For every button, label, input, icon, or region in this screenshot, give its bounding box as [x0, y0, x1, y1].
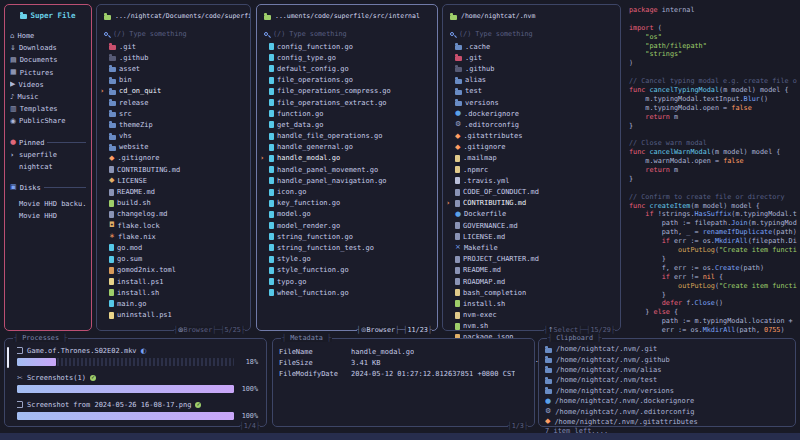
file-row[interactable]: › .git: [97, 41, 250, 52]
sidebar-nav-item[interactable]: ⇓ Downloads: [10, 42, 86, 54]
file-row[interactable]: › README.md: [97, 186, 250, 197]
clipboard-item[interactable]: /home/nightcat/.nvm/test: [545, 375, 789, 385]
sidebar-nav-item[interactable]: ▥ Templates: [10, 103, 86, 115]
file-row[interactable]: › build.sh: [97, 198, 250, 209]
file-row[interactable]: › .travis.yml: [443, 175, 620, 186]
file-row[interactable]: › install.ps1: [97, 276, 250, 287]
file-row[interactable]: › ◆ LICENSE: [97, 175, 250, 186]
file-row[interactable]: › file_operations.go: [257, 75, 437, 86]
file-row[interactable]: › alias: [443, 75, 620, 86]
file-row[interactable]: › install.sh: [97, 287, 250, 298]
file-row[interactable]: › default_config.go: [257, 63, 437, 74]
file-row[interactable]: › file_operations_extract.go: [257, 97, 437, 108]
file-row[interactable]: › model.go: [257, 209, 437, 220]
file-row[interactable]: › versions: [443, 97, 620, 108]
clipboard-item[interactable]: ● /home/nightcat/.nvm/.dockerignore: [545, 396, 789, 406]
sidebar-nav-item[interactable]: ▦ Pictures: [10, 67, 86, 79]
clipboard-item[interactable]: ◆ /home/nightcat/.nvm/.gitattributes: [545, 417, 789, 427]
file-row[interactable]: › test: [443, 86, 620, 97]
file-row[interactable]: › vhs: [97, 131, 250, 142]
file-row[interactable]: › release: [97, 97, 250, 108]
file-row[interactable]: › .git: [443, 52, 620, 63]
pinned-item[interactable]: › superfile: [10, 149, 86, 161]
file-row[interactable]: › handle_panel_movement.go: [257, 164, 437, 175]
clipboard-item[interactable]: ⚙ /home/nightcat/.nvm/.editorconfig: [545, 406, 789, 416]
sidebar-nav-item[interactable]: ▶ Videos: [10, 79, 86, 91]
file-row[interactable]: › ◆ .gitignore: [97, 153, 250, 164]
search-bar[interactable]: (/) Type something: [257, 24, 437, 41]
file-row[interactable]: › config_type.go: [257, 52, 437, 63]
file-row[interactable]: › CONTRIBUTING.md: [97, 164, 250, 175]
file-row[interactable]: › ◆ .gitattributes: [443, 131, 620, 142]
search-bar[interactable]: (/) Type something: [97, 24, 250, 41]
file-row[interactable]: › nvm-exec: [443, 310, 620, 321]
file-row[interactable]: › handle_genernal.go: [257, 142, 437, 153]
file-row[interactable]: › themeZip: [97, 119, 250, 130]
file-row[interactable]: › string_function_test.go: [257, 242, 437, 253]
file-row[interactable]: › go.sum: [97, 254, 250, 265]
file-row[interactable]: › CONTRIBUTING.md: [443, 198, 620, 209]
file-row[interactable]: › CODE_OF_CONDUCT.md: [443, 186, 620, 197]
file-row[interactable]: › string_function.go: [257, 231, 437, 242]
sidebar-nav-item[interactable]: ⌂ Home: [10, 30, 86, 42]
process-item[interactable]: Game.of.Thrones.S02E02.mkv ◐ 18%: [13, 346, 258, 366]
file-row[interactable]: › wheel_function.go: [257, 287, 437, 298]
file-row[interactable]: › .github: [97, 52, 250, 63]
file-row[interactable]: › src: [97, 108, 250, 119]
file-row[interactable]: › function.go: [257, 108, 437, 119]
file-row[interactable]: › main.go: [97, 298, 250, 309]
file-row[interactable]: › .github: [443, 63, 620, 74]
file-panel-3[interactable]: /home/nightcat/.nvm (/) Type something ›…: [442, 4, 621, 331]
file-row[interactable]: › ⚙ .editorconfig: [443, 119, 620, 130]
file-row[interactable]: › .mailmap: [443, 153, 620, 164]
file-row[interactable]: › .cache: [443, 41, 620, 52]
file-row[interactable]: › uninstall.ps1: [97, 310, 250, 321]
file-row[interactable]: › LICENSE.md: [443, 231, 620, 242]
file-panel-1[interactable]: .../nightcat/Documents/code/superfile (/…: [96, 4, 251, 331]
file-panel-2[interactable]: ...uments/code/superfile/src/internal (/…: [256, 4, 438, 331]
file-row[interactable]: › install.sh: [443, 298, 620, 309]
file-row[interactable]: › website: [97, 142, 250, 153]
file-row[interactable]: › style_function.go: [257, 265, 437, 276]
clipboard-item[interactable]: /home/nightcat/.nvm/.github: [545, 354, 789, 364]
sidebar-nav-item[interactable]: ♪ Music: [10, 91, 86, 103]
file-row[interactable]: › ◆ .gitignore: [443, 142, 620, 153]
file-row[interactable]: › model_render.go: [257, 220, 437, 231]
file-row[interactable]: › ROADMAP.md: [443, 276, 620, 287]
file-row[interactable]: › handle_panel_navigation.go: [257, 175, 437, 186]
file-row[interactable]: › README.md: [443, 265, 620, 276]
file-row[interactable]: › gomod2nix.toml: [97, 265, 250, 276]
search-bar[interactable]: (/) Type something: [443, 24, 620, 41]
file-row[interactable]: › typo.go: [257, 276, 437, 287]
disk-item[interactable]: › Movie HHD backu...: [10, 198, 86, 210]
file-row[interactable]: › GOVERNANCE.md: [443, 220, 620, 231]
file-row[interactable]: › × Makefile: [443, 242, 620, 253]
file-row[interactable]: › ● .dockerignore: [443, 108, 620, 119]
clipboard-item[interactable]: /home/nightcat/.nvm/versions: [545, 386, 789, 396]
file-row[interactable]: › file_operations_compress.go: [257, 86, 437, 97]
file-row[interactable]: › changelog.md: [97, 209, 250, 220]
sidebar-nav-item[interactable]: ◉ PublicShare: [10, 115, 86, 127]
file-row[interactable]: › key_function.go: [257, 198, 437, 209]
sidebar-nav-item[interactable]: ▤ Documents: [10, 54, 86, 66]
file-row[interactable]: › bash_completion: [443, 287, 620, 298]
file-row[interactable]: › cd_on_quit: [97, 86, 250, 97]
clipboard-item[interactable]: /home/nightcat/.nvm/alias: [545, 365, 789, 375]
file-row[interactable]: › bin: [97, 75, 250, 86]
file-row[interactable]: › ● Dockerfile: [443, 209, 620, 220]
clipboard-item[interactable]: /home/nightcat/.nvm/.git: [545, 344, 789, 354]
file-row[interactable]: › config_function.go: [257, 41, 437, 52]
file-row[interactable]: › handle_file_operations.go: [257, 131, 437, 142]
file-row[interactable]: › icon.go: [257, 186, 437, 197]
file-row[interactable]: › .npmrc: [443, 164, 620, 175]
file-row[interactable]: › style.go: [257, 254, 437, 265]
file-row[interactable]: › ∗ flake.nix: [97, 231, 250, 242]
disk-item[interactable]: › Movie HHD: [10, 210, 86, 222]
process-item[interactable]: Screenshot from 2024-05-26 16-08-17.png …: [13, 400, 258, 420]
file-row[interactable]: › PROJECT_CHARTER.md: [443, 254, 620, 265]
file-row[interactable]: › asset: [97, 63, 250, 74]
file-row[interactable]: › handle_modal.go: [257, 153, 437, 164]
file-row[interactable]: › go.mod: [97, 242, 250, 253]
pinned-item[interactable]: › nightcat: [10, 161, 86, 173]
file-row[interactable]: › ◘ flake.lock: [97, 220, 250, 231]
